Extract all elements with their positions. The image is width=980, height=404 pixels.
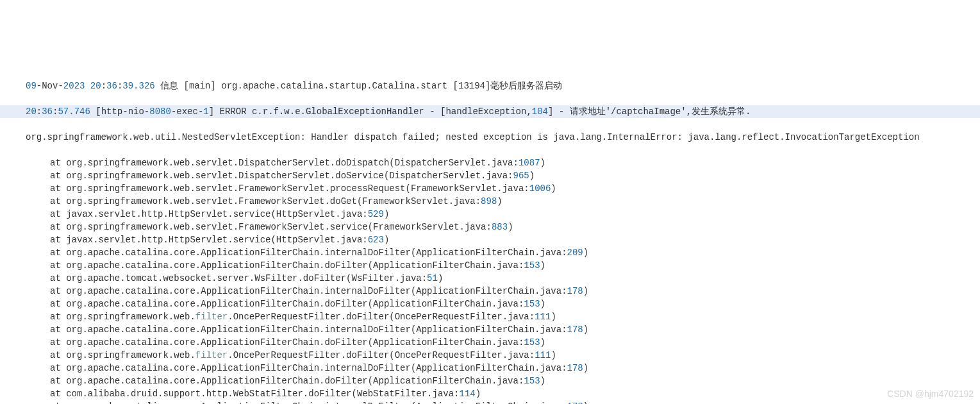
time-sec: 39.326 [122, 81, 154, 91]
stack-frame-close: ) [583, 324, 588, 335]
stack-frame-close: ) [540, 260, 545, 271]
thread-prefix: [http-nio- [90, 106, 149, 117]
stack-frame-text: at javax.servlet.http.HttpServlet.servic… [50, 235, 368, 245]
line-number: 178 [567, 286, 583, 296]
stack-frame-close: ) [497, 196, 502, 206]
stack-frame-close: ) [583, 401, 588, 404]
stack-frame-close: ) [551, 312, 556, 322]
time-sep: : [37, 106, 42, 117]
time-min: 36 [106, 81, 117, 91]
stack-frame-close: ) [540, 376, 545, 386]
line-number: 898 [481, 196, 497, 206]
stack-frame-close: ) [551, 183, 556, 194]
line-number: 209 [567, 248, 583, 258]
stack-frame: at org.apache.catalina.core.ApplicationF… [0, 323, 980, 336]
stack-frame-close: ) [583, 248, 588, 258]
exec-number: 1 [203, 106, 208, 117]
thread-mid: -exec- [171, 106, 203, 117]
exception-message: org.springframework.web.util.NestedServl… [0, 131, 980, 144]
stack-frame-close: ) [384, 209, 389, 219]
stack-frame-text: at org.springframework.web.servlet.Dispa… [50, 158, 519, 168]
log-line-error: 20:36:57.746 [http-nio-8080-exec-1] ERRO… [0, 105, 980, 118]
line-number: 623 [368, 235, 384, 245]
line-number: 178 [567, 401, 583, 404]
stack-frame-text: at org.springframework.web.servlet.Dispa… [50, 171, 513, 181]
stack-frame: at org.apache.catalina.core.ApplicationF… [0, 336, 980, 349]
stack-frame-text: at org.springframework.web. [50, 312, 195, 322]
stack-frame-text: at org.apache.catalina.core.ApplicationF… [50, 260, 524, 271]
stack-frame: at org.springframework.web.servlet.Dispa… [0, 156, 980, 169]
stack-frame: at org.springframework.web.filter.OncePe… [0, 349, 980, 362]
log-output[interactable]: 09-Nov-2023 20:36:39.326 信息 [main] org.a… [0, 64, 980, 404]
stack-frame-text: at com.alibaba.druid.support.http.WebSta… [50, 389, 460, 399]
line-number: 51 [427, 273, 438, 283]
stack-frame: at javax.servlet.http.HttpServlet.servic… [0, 233, 980, 246]
time-hour: 20 [90, 81, 101, 91]
datestamp-sep: -Nov- [37, 81, 63, 91]
stack-frame-text: at org.apache.catalina.core.ApplicationF… [50, 324, 567, 335]
stack-frame-text: at org.apache.catalina.core.ApplicationF… [50, 299, 524, 309]
stack-frame-close: ) [384, 235, 389, 245]
line-number: 153 [524, 376, 540, 386]
stack-frame: at org.apache.catalina.core.ApplicationF… [0, 400, 980, 404]
space [85, 81, 90, 91]
stack-frame: at org.apache.catalina.core.ApplicationF… [0, 298, 980, 310]
stack-frame-text: at org.apache.catalina.core.ApplicationF… [50, 376, 524, 386]
port-number: 8080 [149, 106, 171, 117]
line-number: 153 [524, 260, 540, 271]
stack-frame-close: ) [551, 350, 556, 360]
line-number: 883 [492, 222, 508, 232]
handler-line-number: 104 [532, 106, 548, 117]
time-hour: 20 [26, 106, 37, 117]
stack-frame: at org.apache.catalina.core.ApplicationF… [0, 375, 980, 387]
datestamp-year: 2023 [63, 81, 85, 91]
log-line-startup: 09-Nov-2023 20:36:39.326 信息 [main] org.a… [0, 80, 980, 92]
stack-frame-text: at org.springframework.web. [50, 350, 195, 360]
stack-frame-text: at org.springframework.web.servlet.Frame… [50, 196, 481, 206]
stack-frame-close: ) [540, 158, 545, 168]
line-number: 111 [535, 312, 551, 322]
stack-frame: at org.apache.catalina.core.ApplicationF… [0, 246, 980, 259]
stack-frame-text: at org.apache.tomcat.websocket.server.Ws… [50, 273, 427, 283]
stack-frame-text: at org.apache.catalina.core.ApplicationF… [50, 363, 567, 373]
stack-frame-close: ) [508, 222, 513, 232]
error-message: ] - 请求地址'/captchaImage',发生系统异常. [548, 106, 751, 117]
stack-frame-text: .OncePerRequestFilter.doFilter(OncePerRe… [228, 350, 535, 360]
stack-frame-close: ) [438, 273, 443, 283]
filter-keyword: filter [195, 312, 228, 322]
stack-frame: at org.apache.catalina.core.ApplicationF… [0, 362, 980, 375]
time-sec: 57.746 [58, 106, 90, 117]
line-number: 529 [368, 209, 384, 219]
stack-frame: at org.apache.catalina.core.ApplicationF… [0, 285, 980, 298]
line-number: 1087 [519, 158, 540, 168]
stack-frame-text: at org.apache.catalina.core.ApplicationF… [50, 248, 567, 258]
stack-frame-close: ) [529, 171, 535, 181]
line-number: 111 [535, 350, 551, 360]
line-number: 153 [524, 299, 540, 309]
stack-frame-text: at org.springframework.web.servlet.Frame… [50, 222, 492, 232]
stack-frame: at org.springframework.web.filter.OncePe… [0, 310, 980, 323]
error-prefix: ] ERROR c.r.f.w.e.GlobalExceptionHandler… [209, 106, 532, 117]
stack-frame: at org.apache.tomcat.websocket.server.Ws… [0, 272, 980, 285]
line-number: 178 [567, 324, 583, 335]
stack-frame-text: at org.apache.catalina.core.ApplicationF… [50, 286, 567, 296]
line-number: 178 [567, 363, 583, 373]
stack-frame: at org.springframework.web.servlet.Frame… [0, 182, 980, 195]
line-number: 1006 [529, 183, 551, 194]
stack-frame-text: at org.springframework.web.servlet.Frame… [50, 183, 529, 194]
stack-frame: at org.apache.catalina.core.ApplicationF… [0, 259, 980, 272]
time-sep: : [101, 81, 106, 91]
stack-frame: at javax.servlet.http.HttpServlet.servic… [0, 208, 980, 221]
stack-frame-close: ) [540, 337, 545, 348]
stack-frame-close: ) [583, 286, 588, 296]
stack-frame-close: ) [476, 389, 481, 399]
time-min: 36 [42, 106, 53, 117]
datestamp-day: 09 [26, 81, 37, 91]
stack-frame-close: ) [540, 299, 545, 309]
log-message: 信息 [main] org.apache.catalina.startup.Ca… [155, 81, 563, 91]
line-number: 965 [513, 171, 529, 181]
stack-trace-container: at org.springframework.web.servlet.Dispa… [0, 156, 980, 404]
stack-frame-close: ) [583, 363, 588, 373]
stack-frame-text: at org.apache.catalina.core.ApplicationF… [50, 337, 524, 348]
stack-frame: at org.springframework.web.servlet.Frame… [0, 195, 980, 208]
